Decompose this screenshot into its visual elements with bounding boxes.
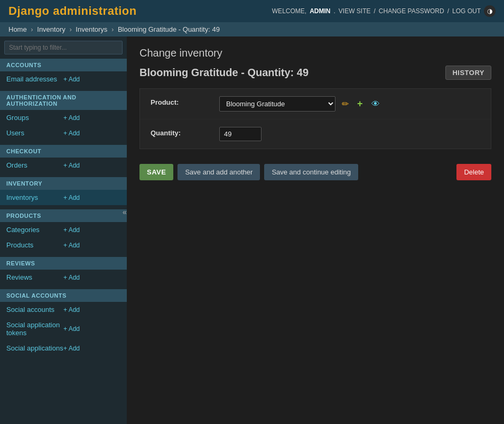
product-row: Product: Blooming Gratitude ✏ + 👁 — [140, 89, 491, 119]
sidebar-item-social-accounts[interactable]: Social accounts + Add — [0, 302, 127, 317]
add-social-accounts-link[interactable]: + Add — [63, 306, 120, 314]
save-add-button[interactable]: Save and add another — [178, 164, 260, 180]
add-categories-link[interactable]: + Add — [63, 226, 120, 234]
history-button[interactable]: HISTORY — [445, 66, 491, 80]
add-inventorys-link[interactable]: + Add — [63, 194, 120, 201]
add-users-link[interactable]: + Add — [63, 130, 120, 137]
section-auth: AUTHENTICATION ANDAUTHORIZATION — [0, 91, 127, 110]
sidebar-item-users[interactable]: Users + Add — [0, 125, 127, 141]
sidebar-item-products[interactable]: Products + Add — [0, 237, 127, 253]
header-user: WELCOME, ADMIN. VIEW SITE / CHANGE PASSW… — [272, 5, 496, 17]
save-continue-button[interactable]: Save and continue editing — [264, 164, 358, 180]
change-password-link[interactable]: CHANGE PASSWORD — [379, 7, 444, 15]
view-site-link[interactable]: VIEW SITE — [339, 7, 371, 15]
sidebar-item-email-addresses[interactable]: Email addresses + Add — [0, 71, 127, 87]
breadcrumb-inventorys[interactable]: Inventorys — [76, 25, 107, 33]
quantity-label: Quantity: — [151, 127, 219, 137]
object-title: Blooming Gratitude - Quantity: 49 — [139, 67, 309, 79]
product-field: Blooming Gratitude ✏ + 👁 — [219, 96, 382, 112]
product-select[interactable]: Blooming Gratitude — [219, 96, 335, 112]
quantity-row: Quantity: — [140, 119, 491, 149]
quantity-field — [219, 127, 262, 141]
sidebar-item-social-applications[interactable]: Social applications + Add — [0, 340, 127, 356]
sidebar-item-groups[interactable]: Groups + Add — [0, 110, 127, 125]
sidebar-item-social-application-tokens[interactable]: Social application tokens + Add — [0, 317, 127, 340]
add-product-button[interactable]: + — [355, 97, 365, 110]
submit-row: SAVE Save and add another Save and conti… — [139, 158, 491, 187]
main-content: Change inventory Blooming Gratitude - Qu… — [127, 36, 504, 424]
add-orders-link[interactable]: + Add — [63, 162, 120, 169]
sidebar-item-orders[interactable]: Orders + Add — [0, 158, 127, 173]
add-social-tokens-link[interactable]: + Add — [63, 325, 120, 333]
logout-link[interactable]: LOG OUT — [452, 7, 481, 15]
sidebar-filter-input[interactable] — [4, 41, 123, 54]
welcome-text: WELCOME, — [272, 7, 306, 15]
sidebar-item-categories[interactable]: Categories + Add — [0, 222, 127, 237]
section-inventory: INVENTORY — [0, 177, 127, 190]
breadcrumb-home[interactable]: Home — [8, 25, 27, 33]
product-label: Product: — [151, 96, 219, 106]
sidebar-item-inventorys[interactable]: Inventorys + Add — [0, 190, 127, 205]
add-reviews-link[interactable]: + Add — [63, 274, 120, 281]
edit-product-button[interactable]: ✏ — [340, 98, 351, 110]
breadcrumb-inventory[interactable]: Inventory — [37, 25, 65, 33]
site-title: Django administration — [8, 4, 137, 18]
sidebar-item-reviews[interactable]: Reviews + Add — [0, 270, 127, 285]
view-product-button[interactable]: 👁 — [369, 98, 382, 110]
module-header: Change inventory — [139, 47, 491, 59]
breadcrumb: Home › Inventory › Inventorys › Blooming… — [0, 22, 504, 36]
sidebar: ACCOUNTS Email addresses + Add AUTHENTIC… — [0, 36, 127, 424]
add-products-link[interactable]: + Add — [63, 242, 120, 249]
breadcrumb-current: Blooming Gratitude - Quantity: 49 — [118, 25, 220, 33]
add-social-apps-link[interactable]: + Add — [63, 345, 120, 352]
quantity-input[interactable] — [219, 127, 262, 141]
add-email-link[interactable]: + Add — [63, 76, 120, 83]
section-accounts: ACCOUNTS — [0, 59, 127, 71]
section-social-accounts: SOCIAL ACCOUNTS — [0, 289, 127, 302]
username: ADMIN — [310, 7, 330, 15]
delete-button[interactable]: Delete — [456, 164, 491, 180]
add-groups-link[interactable]: + Add — [63, 114, 120, 122]
section-checkout: CHECKOUT — [0, 145, 127, 158]
theme-toggle-button[interactable]: ◑ — [484, 5, 496, 17]
sidebar-collapse-button[interactable]: « — [120, 206, 129, 218]
change-form: Product: Blooming Gratitude ✏ + 👁 Quanti… — [139, 88, 491, 149]
object-header: Blooming Gratitude - Quantity: 49 HISTOR… — [139, 66, 491, 80]
section-products: PRODUCTS — [0, 209, 127, 222]
section-reviews: REVIEWS — [0, 257, 127, 270]
save-button[interactable]: SAVE — [139, 164, 173, 180]
